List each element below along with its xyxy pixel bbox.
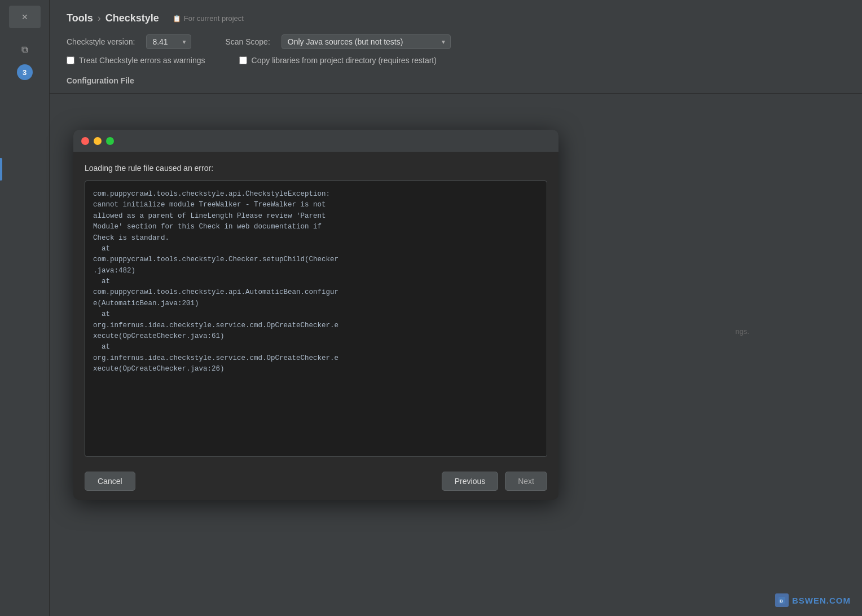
- notification-badge: 3: [17, 64, 33, 80]
- settings-row-checkboxes: Treat Checkstyle errors as warnings Copy…: [67, 56, 845, 69]
- branding: B BSWEN.COM: [775, 593, 851, 607]
- close-icon: ✕: [21, 12, 28, 21]
- previous-button[interactable]: Previous: [442, 472, 498, 491]
- main-content: Tools › Checkstyle 📋 For current project…: [50, 0, 862, 616]
- branding-icon: B: [775, 593, 789, 607]
- treat-errors-checkbox[interactable]: [67, 56, 74, 64]
- copy-libraries-label: Copy libraries from project directory (r…: [252, 56, 437, 65]
- error-modal: Loading the rule file caused an error: c…: [73, 130, 558, 500]
- modal-body: Loading the rule file caused an error: c…: [73, 152, 558, 463]
- project-label: For current project: [184, 14, 244, 23]
- breadcrumb-project: 📋 For current project: [173, 14, 244, 23]
- active-indicator: [0, 158, 2, 181]
- breadcrumb-tools: Tools: [67, 12, 93, 24]
- scan-scope-label: Scan Scope:: [225, 37, 270, 46]
- modal-titlebar: [73, 130, 558, 152]
- breadcrumb-separator: ›: [98, 12, 101, 24]
- scan-scope-select-wrapper: Only Java sources (but not tests) ▼: [282, 34, 451, 49]
- copy-icon[interactable]: ⧉: [19, 44, 30, 55]
- branding-text: BSWEN.COM: [792, 596, 851, 605]
- traffic-close-button[interactable]: [81, 137, 89, 145]
- cancel-button[interactable]: Cancel: [85, 472, 135, 491]
- svg-text:B: B: [780, 599, 783, 604]
- project-icon: 📋: [173, 15, 181, 23]
- settings-row-version: Checkstyle version: 8.41 ▼ Scan Scope: O…: [67, 34, 845, 49]
- config-file-title: Configuration File: [67, 76, 845, 85]
- sidebar: ✕ ⧉ 3: [0, 0, 50, 616]
- version-select[interactable]: 8.41: [146, 34, 191, 49]
- branding-logo-svg: B: [777, 596, 786, 605]
- breadcrumb-checkstyle: Checkstyle: [105, 12, 159, 24]
- breadcrumb: Tools › Checkstyle 📋 For current project: [67, 12, 845, 24]
- error-text-content[interactable]: com.puppycrawl.tools.checkstyle.api.Chec…: [85, 181, 547, 457]
- treat-errors-row: Treat Checkstyle errors as warnings: [67, 56, 205, 65]
- traffic-maximize-button[interactable]: [106, 137, 114, 145]
- version-select-wrapper: 8.41 ▼: [146, 34, 191, 49]
- bg-text: ngs.: [735, 327, 749, 336]
- close-button[interactable]: ✕: [9, 6, 41, 28]
- traffic-minimize-button[interactable]: [94, 137, 102, 145]
- copy-libraries-checkbox[interactable]: [239, 56, 247, 64]
- treat-errors-label: Treat Checkstyle errors as warnings: [79, 56, 205, 65]
- next-button[interactable]: Next: [505, 472, 547, 491]
- scan-scope-select[interactable]: Only Java sources (but not tests): [282, 34, 451, 49]
- copy-libraries-row: Copy libraries from project directory (r…: [239, 56, 437, 65]
- settings-header: Tools › Checkstyle 📋 For current project…: [50, 0, 862, 94]
- version-label: Checkstyle version:: [67, 37, 135, 46]
- modal-footer: Cancel Previous Next: [73, 463, 558, 500]
- error-heading: Loading the rule file caused an error:: [85, 164, 547, 173]
